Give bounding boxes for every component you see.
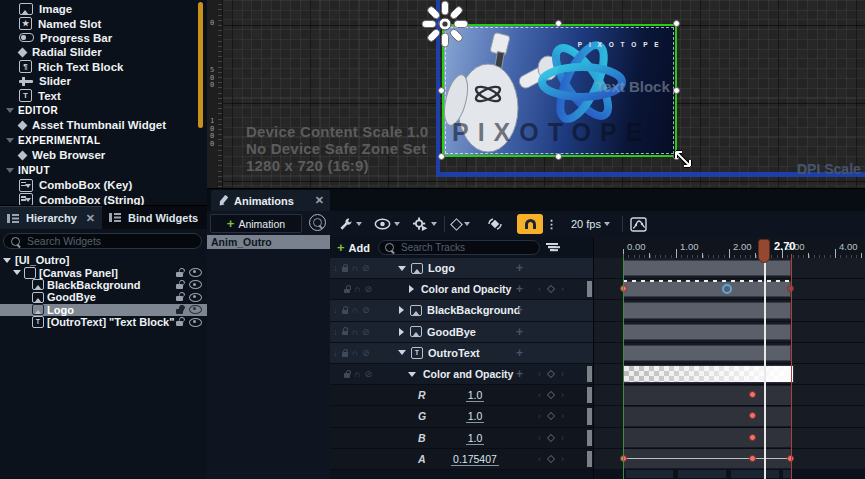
playhead-marker[interactable] [758,239,770,263]
add-track-button[interactable]: +Add [337,242,370,254]
section-bar[interactable] [623,281,791,297]
expander-icon[interactable] [398,266,406,271]
pin-icon[interactable]: ↓ [333,348,338,358]
expander-icon[interactable] [409,285,414,293]
playhead-line[interactable] [764,258,766,479]
add-animation-button[interactable]: + Animation [210,214,302,233]
palette-item-slider[interactable]: Slider [0,74,207,88]
mute-icon[interactable]: ∩ [352,263,358,273]
add-key-diamond-icon[interactable] [547,412,555,420]
timeline-row-logo-color-opacity[interactable] [594,279,865,300]
timeline-row-blackbackground[interactable] [594,300,865,321]
alpha-gradient-bar[interactable] [623,365,794,383]
timeline-row-logo[interactable] [594,258,865,279]
expander-icon[interactable] [408,372,416,377]
anchor-medallion-icon[interactable] [421,0,469,48]
deactivate-icon[interactable]: ⊘ [362,305,370,315]
deactivate-icon[interactable]: ⊘ [362,263,370,273]
resize-handle-top[interactable] [555,20,562,27]
resize-handle-bottom[interactable] [555,153,562,160]
view-options-button[interactable] [374,218,400,230]
lock-icon[interactable] [344,289,350,294]
add-section-icon[interactable]: + [516,261,523,275]
tree-row-logo[interactable]: Logo [0,304,207,316]
prev-key-icon[interactable]: ‹ [538,284,541,294]
track-row-blackbackground[interactable]: ↓∩⊘ BlackBackground + [330,300,593,321]
animation-search-button[interactable] [309,214,326,231]
sequencer-options-button[interactable] [338,217,362,232]
lock-icon[interactable] [176,272,183,277]
next-key-icon[interactable]: › [561,369,564,379]
palette-item-image[interactable]: Image [0,2,207,16]
logo-image-widget[interactable]: P I X O T O P E Text Block PIXOTOPE [442,24,677,157]
playback-options-button[interactable] [412,217,437,232]
eye-icon[interactable] [189,293,202,302]
track-row-channel-b[interactable]: B 1.0 ‹› [330,428,593,449]
channel-value[interactable]: 1.0 [442,389,508,401]
section-bar[interactable] [623,345,791,361]
palette-item-progress-bar[interactable]: Progress Bar [0,31,207,45]
time-ruler[interactable]: 0.00 1.00 2.00 3.00 4.00 [594,237,865,259]
resize-handle-right[interactable] [673,87,680,94]
expander-icon[interactable] [13,270,21,275]
tab-hierarchy[interactable]: Hierarchy ✕ [0,206,102,229]
add-key-icon[interactable]: + [516,282,523,296]
mute-icon[interactable]: ∩ [354,284,360,294]
eye-icon[interactable] [189,268,202,277]
tab-animations[interactable]: Animations ✕ [211,190,330,211]
timeline-row-channel-a[interactable] [594,449,865,470]
mute-icon[interactable]: ∩ [352,327,358,337]
track-row-goodbye[interactable]: ↓∩⊘ GoodBye + [330,322,593,343]
snapping-button[interactable]: ⋮ [517,214,557,234]
prev-key-icon[interactable]: ‹ [538,369,541,379]
lock-icon[interactable] [342,331,348,336]
track-row-outrotext[interactable]: ↓∩⊘ T OutroText + [330,343,593,364]
pin-icon[interactable]: ↓ [333,263,338,273]
lock-icon[interactable] [176,309,183,314]
designer-viewport[interactable]: 0 500 1000 Device Content Scale 1.0 No D… [207,0,865,188]
prev-key-icon[interactable]: ‹ [538,390,541,400]
auto-key-button[interactable] [486,217,503,232]
keyframe[interactable] [749,455,756,462]
tree-row-canvas-panel[interactable]: [Canvas Panel] [0,266,207,278]
lock-icon[interactable] [176,321,183,326]
palette-category-input[interactable]: INPUT [0,163,207,179]
mute-icon[interactable]: ∩ [352,348,358,358]
add-key-diamond-icon[interactable] [547,285,555,293]
deactivate-icon[interactable]: ⊘ [364,369,372,379]
resize-handle-left[interactable] [438,87,445,94]
lock-icon[interactable] [342,310,348,315]
timeline-area[interactable]: 0.00 1.00 2.00 3.00 4.00 [593,237,865,479]
close-icon[interactable]: ✕ [86,212,95,225]
palette-item-named-slot[interactable]: ★Named Slot [0,16,207,30]
mute-icon[interactable]: ∩ [352,305,358,315]
expander-icon[interactable] [399,328,404,336]
next-key-icon[interactable]: › [561,411,564,421]
next-key-icon[interactable]: › [561,284,564,294]
add-key-diamond-icon[interactable] [547,433,555,441]
timeline-row-channel-b[interactable] [594,428,865,449]
timeline-row-outrotext[interactable] [594,343,865,364]
track-row-outrotext-color-opacity[interactable]: ∩⊘ Color and Opacity + ‹› [330,364,593,385]
pin-icon[interactable]: ↓ [333,327,338,337]
palette-item-radial-slider[interactable]: Radial Slider [0,45,207,59]
add-key-diamond-icon[interactable] [547,455,555,463]
palette-category-experimental[interactable]: EXPERIMENTAL [0,133,207,149]
expander-icon[interactable] [398,350,406,355]
next-key-icon[interactable]: › [561,454,564,464]
timeline-row-channel-g[interactable] [594,406,865,427]
add-section-icon[interactable]: + [516,325,523,339]
channel-value[interactable]: 0.175407 [442,453,508,465]
deactivate-icon[interactable]: ⊘ [362,327,370,337]
timeline-row-outrotext-color-opacity[interactable] [594,364,865,385]
eye-icon[interactable] [189,305,202,314]
tree-row-outrotext[interactable]: T [OutroText] "Text Block" [0,316,207,328]
deactivate-icon[interactable]: ⊘ [364,284,372,294]
animation-list-item[interactable]: Anim_Outro [207,235,330,249]
track-search[interactable] [378,240,540,255]
tree-row-goodbye[interactable]: GoodBye [0,291,207,303]
add-section-icon[interactable]: + [516,346,523,360]
tree-row-blackbackground[interactable]: BlackBackground [0,279,207,291]
add-key-diamond-icon[interactable] [547,370,555,378]
track-row-logo-color-opacity[interactable]: ∩⊘ Color and Opacity + ‹› [330,279,593,300]
